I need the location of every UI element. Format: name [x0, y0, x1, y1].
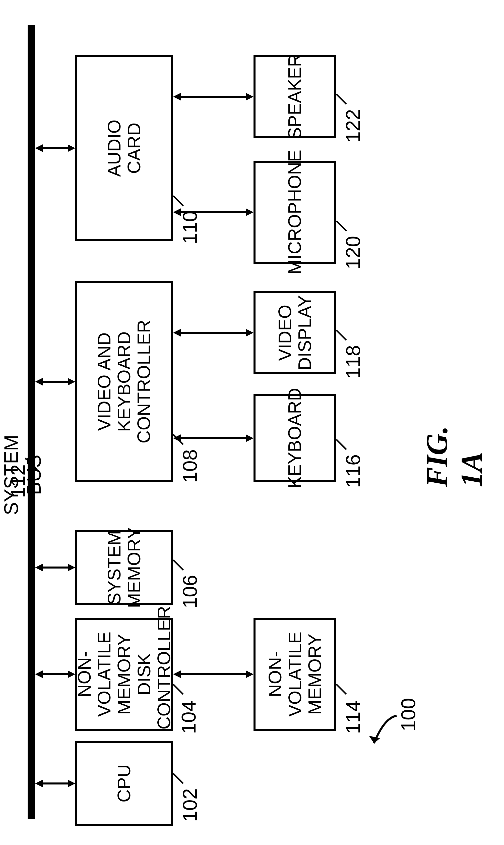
nvmdc-ref-text: 104 [178, 700, 200, 734]
svg-marker-26 [173, 208, 181, 216]
sysmem-ref-tick-icon [172, 559, 184, 571]
speaker-label: SPEAKER [285, 54, 305, 139]
cpu-bus-arrow-icon [35, 778, 75, 789]
cpu-label: CPU [114, 764, 134, 803]
vdisplay-ref-text: 118 [342, 345, 364, 379]
audio-label: AUDIO CARD [104, 120, 144, 177]
vdisplay-vkctrl-arrow-icon [173, 328, 253, 338]
svg-marker-9 [68, 564, 75, 571]
keyboard-vkctrl-arrow-icon [173, 433, 253, 443]
microphone-label: MICROPHONE [285, 150, 305, 275]
vkctrl-box: VIDEO AND KEYBOARD CONTROLLER [75, 281, 173, 482]
svg-marker-8 [35, 564, 43, 571]
svg-marker-29 [173, 93, 181, 101]
vdisplay-label: VIDEO DISPLAY [275, 295, 315, 370]
svg-marker-27 [246, 208, 253, 216]
cpu-ref-tick-icon [172, 772, 184, 785]
svg-marker-15 [68, 144, 75, 152]
nvmdc-ref: 104 [177, 700, 200, 734]
speaker-ref-text: 122 [342, 109, 364, 142]
sysmem-box: SYSTEM MEMORY [75, 530, 173, 605]
keyboard-ref-tick-icon [335, 438, 348, 451]
nvmdc-box: NON-VOLATILE MEMORY DISK CONTROLLER [75, 618, 173, 731]
svg-marker-2 [35, 780, 43, 787]
figure-title-text: FIG. 1A [420, 426, 488, 487]
vkctrl-ref: 108 [178, 449, 201, 483]
svg-marker-18 [246, 670, 253, 678]
microphone-ref: 120 [342, 236, 365, 269]
svg-marker-20 [173, 435, 181, 442]
microphone-ref-text: 120 [342, 236, 364, 269]
vdisplay-ref: 118 [342, 345, 365, 379]
svg-marker-17 [173, 670, 181, 678]
svg-marker-12 [68, 378, 75, 385]
cpu-ref-text: 102 [179, 788, 201, 822]
microphone-ref-tick-icon [335, 220, 348, 232]
figure-title: FIG. 1A [420, 426, 489, 487]
svg-marker-24 [246, 329, 253, 336]
bus-ref-tick-icon [24, 457, 39, 472]
sysmem-label: SYSTEM MEMORY [104, 527, 144, 608]
svg-marker-14 [35, 144, 43, 152]
microphone-audio-arrow-icon [173, 207, 253, 217]
assembly-ref: 100 [397, 698, 420, 731]
svg-marker-6 [68, 670, 75, 678]
audio-ref-tick-icon [172, 195, 184, 207]
vkctrl-label: VIDEO AND KEYBOARD CONTROLLER [94, 320, 154, 443]
speaker-ref: 122 [342, 109, 365, 142]
svg-marker-0 [369, 736, 380, 743]
nvmem-box: NON-VOLATILE MEMORY [253, 618, 336, 731]
speaker-audio-arrow-icon [173, 92, 253, 102]
sysmem-ref-text: 106 [179, 575, 201, 608]
nvmdc-bus-arrow-icon [35, 669, 75, 679]
sysmem-ref: 106 [178, 575, 201, 608]
nvmdc-label: NON-VOLATILE MEMORY DISK CONTROLLER [74, 619, 174, 729]
vdisplay-ref-tick-icon [335, 329, 348, 341]
speaker-box: SPEAKER [253, 55, 336, 138]
nvmem-ref: 114 [342, 700, 365, 734]
microphone-box: MICROPHONE [253, 161, 336, 264]
vdisplay-box: VIDEO DISPLAY [253, 291, 336, 374]
svg-marker-5 [35, 670, 43, 678]
cpu-ref: 102 [178, 788, 201, 822]
nvmem-ref-tick-icon [335, 683, 348, 696]
audio-bus-arrow-icon [35, 143, 75, 153]
assembly-ref-text: 100 [397, 698, 419, 731]
svg-marker-30 [246, 93, 253, 101]
keyboard-box: KEYBOARD [253, 394, 336, 482]
svg-marker-11 [35, 378, 43, 385]
vkctrl-ref-text: 108 [179, 449, 201, 483]
nvmem-label: NON-VOLATILE MEMORY [265, 632, 325, 717]
nvmem-ref-text: 114 [342, 700, 364, 734]
speaker-ref-tick-icon [335, 93, 348, 105]
nvmem-nvmdc-arrow-icon [173, 669, 253, 679]
audio-box: AUDIO CARD [75, 55, 173, 241]
keyboard-ref: 116 [342, 454, 365, 488]
assembly-arrow-icon [369, 713, 399, 753]
svg-marker-3 [68, 780, 75, 787]
cpu-box: CPU [75, 741, 173, 826]
svg-marker-23 [173, 329, 181, 336]
keyboard-label: KEYBOARD [285, 388, 305, 489]
nvmdc-ref-tick-icon [172, 683, 184, 696]
vkctrl-bus-arrow-icon [35, 377, 75, 387]
keyboard-ref-text: 116 [342, 454, 364, 488]
sysmem-bus-arrow-icon [35, 563, 75, 573]
system-bus [28, 25, 35, 818]
svg-marker-21 [246, 435, 253, 442]
